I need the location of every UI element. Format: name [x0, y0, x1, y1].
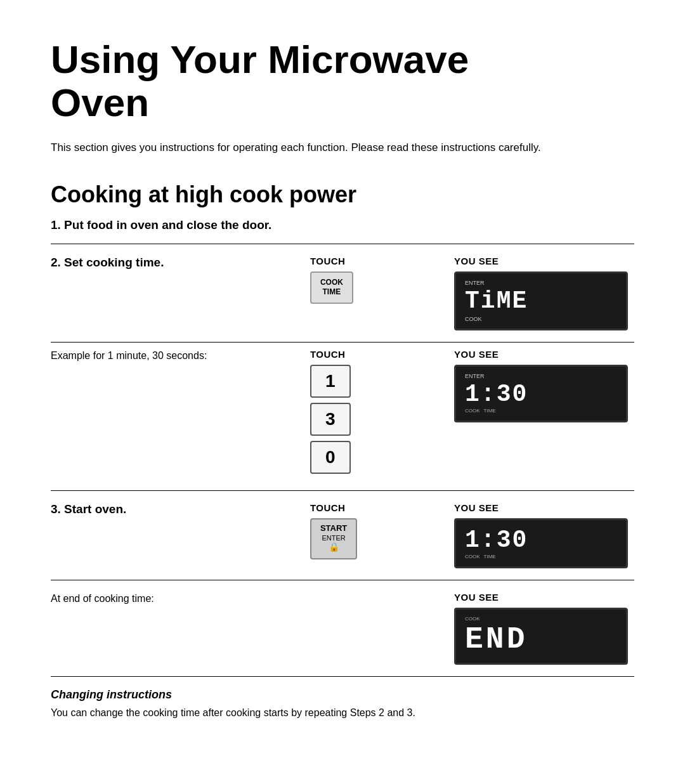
step2-yousee-label: YOU SEE	[454, 256, 628, 266]
changing-title: Changing instructions	[51, 688, 634, 702]
step3-row: 3. Start oven. TOUCH START ENTER 🔒 YOU S…	[51, 490, 634, 580]
changing-text: You can change the cooking time after co…	[51, 705, 634, 721]
display-130-running: 1:30 COOK TIME	[454, 518, 628, 568]
display1-enter: ENTER	[465, 280, 485, 286]
button-1[interactable]: 1	[310, 365, 351, 398]
end-desc: At end of cooking time:	[51, 580, 310, 676]
section-title: Cooking at high cook power	[51, 181, 634, 208]
step3-yousee-col: YOU SEE 1:30 COOK TIME	[454, 490, 634, 580]
display1-bottom-label: COOK	[465, 316, 617, 322]
changing-instructions: Changing instructions You can change the…	[51, 688, 634, 721]
end-row: At end of cooking time: YOU SEE COOK END	[51, 580, 634, 676]
display3-cook-label: COOK	[465, 554, 480, 559]
display4-main-text: END	[465, 622, 617, 657]
display-time: ENTER TiME COOK	[454, 271, 628, 330]
step-1-label: 1. Put food in oven and close the door.	[51, 218, 634, 232]
display-130: ENTER 1:30 COOK TIME	[454, 365, 628, 422]
lock-icon: 🔒	[320, 542, 347, 552]
step3-yousee-label: YOU SEE	[454, 502, 628, 513]
example-yousee-label: YOU SEE	[454, 349, 628, 360]
example-yousee-col: YOU SEE ENTER 1:30 COOK TIME	[454, 342, 634, 490]
display-end: COOK END	[454, 608, 628, 665]
instruction-table: 2. Set cooking time. TOUCH COOK TIME YOU…	[51, 244, 634, 677]
cook-time-button[interactable]: COOK TIME	[310, 271, 353, 304]
step3-desc: 3. Start oven.	[51, 490, 310, 580]
intro-text: This section gives you instructions for …	[51, 140, 545, 156]
page-title: Using Your Microwave Oven	[51, 38, 634, 124]
display4-cook-label: COOK	[465, 616, 480, 622]
example-desc: Example for 1 minute, 30 seconds:	[51, 342, 310, 490]
display2-time-label: TIME	[484, 408, 496, 414]
end-yousee-col: YOU SEE COOK END	[454, 580, 634, 676]
button-0[interactable]: 0	[310, 441, 351, 474]
step2-touch-col: TOUCH COOK TIME	[310, 244, 454, 343]
start-button[interactable]: START ENTER 🔒	[310, 518, 357, 559]
step3-touch-label: TOUCH	[310, 502, 448, 513]
step2-touch-label: TOUCH	[310, 256, 448, 266]
display3-main-text: 1:30	[465, 526, 617, 554]
display2-main-text: 1:30	[465, 381, 617, 408]
button-3[interactable]: 3	[310, 403, 351, 436]
step2-yousee-col: YOU SEE ENTER TiME COOK	[454, 244, 634, 343]
display2-cook-label: COOK	[465, 408, 480, 414]
display2-enter: ENTER	[465, 373, 485, 379]
example-touch-col: TOUCH 1 3 0	[310, 342, 454, 490]
step3-touch-col: TOUCH START ENTER 🔒	[310, 490, 454, 580]
display3-time-label: TIME	[484, 554, 496, 559]
number-buttons: 1 3 0	[310, 365, 448, 479]
example-row: Example for 1 minute, 30 seconds: TOUCH …	[51, 342, 634, 490]
example-touch-label: TOUCH	[310, 349, 448, 360]
end-touch-col	[310, 580, 454, 676]
display1-main-text: TiME	[465, 287, 617, 315]
end-yousee-label: YOU SEE	[454, 592, 628, 603]
step2-row: 2. Set cooking time. TOUCH COOK TIME YOU…	[51, 244, 634, 343]
step2-desc: 2. Set cooking time.	[51, 244, 310, 343]
